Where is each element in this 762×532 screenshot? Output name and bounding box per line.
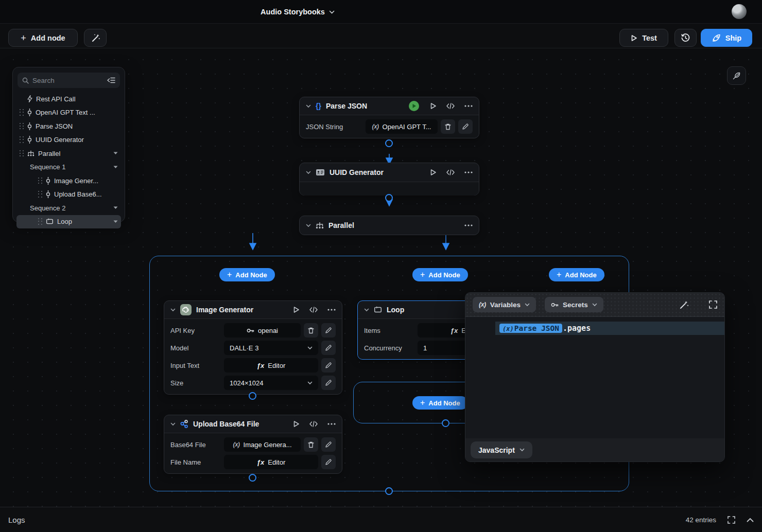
sidebar-item-uuid-generator[interactable]: UUID Generator	[16, 133, 121, 147]
node-parallel[interactable]: Parallel	[299, 216, 479, 235]
expand-logs-icon[interactable]	[728, 516, 735, 524]
more-options-icon[interactable]	[464, 105, 473, 107]
drag-handle-icon[interactable]	[20, 150, 24, 157]
base64-file-value-chip[interactable]: (x) Image Genera...	[224, 437, 301, 452]
run-node-icon[interactable]	[293, 306, 300, 313]
chevron-down-icon[interactable]	[113, 220, 118, 223]
sidebar-item-image-generator[interactable]: Image Gener...	[16, 174, 121, 188]
code-current-line[interactable]: (x)Parse JSON .pages	[495, 322, 724, 335]
edit-value-button[interactable]	[321, 376, 336, 390]
drag-handle-icon[interactable]	[20, 123, 24, 130]
delete-value-button[interactable]	[304, 323, 318, 338]
delete-value-button[interactable]	[441, 119, 455, 134]
collapse-chevron-icon[interactable]	[306, 104, 311, 108]
node-parse-json[interactable]: {} Parse JSON JSON String (x) OpenAI GPT…	[299, 97, 479, 138]
drag-handle-icon[interactable]	[38, 191, 42, 198]
node-step-icon	[27, 109, 32, 116]
sidebar-item-rest-api-call[interactable]: Rest API Call	[16, 92, 121, 106]
sidebar-item-sequence-1[interactable]: Sequence 1	[16, 161, 121, 174]
code-view-icon[interactable]	[309, 421, 318, 427]
run-success-icon[interactable]	[409, 101, 419, 111]
node-uuid-generator[interactable]: UUID Generator	[299, 163, 479, 196]
add-node-button-seq2[interactable]: + Add Node	[412, 268, 468, 281]
language-dropdown[interactable]: JavaScript	[471, 441, 532, 458]
collapse-chevron-icon[interactable]	[170, 422, 176, 426]
api-key-value-chip[interactable]: openai	[224, 323, 301, 338]
history-button[interactable]	[674, 29, 697, 47]
more-options-icon[interactable]	[327, 309, 336, 311]
node-image-generator[interactable]: Image Generator API Key openai Model	[164, 300, 342, 395]
variables-dropdown[interactable]: (x) Variables	[473, 297, 536, 312]
node-upload-base64-file[interactable]: Upload Base64 File Base64 File (x) Image…	[164, 415, 342, 474]
delete-value-button[interactable]	[304, 437, 318, 452]
plus-icon: +	[420, 399, 425, 407]
edit-value-button[interactable]	[458, 119, 473, 134]
ship-button[interactable]: Ship	[701, 29, 752, 47]
port-loop-group-out[interactable]	[442, 419, 449, 427]
secrets-dropdown[interactable]: Secrets	[545, 297, 603, 312]
collapse-chevron-icon[interactable]	[364, 308, 369, 312]
chevron-down-icon[interactable]	[113, 166, 118, 169]
more-options-icon[interactable]	[327, 423, 336, 425]
ai-magic-icon[interactable]	[679, 300, 689, 310]
logs-label: Logs	[8, 516, 25, 524]
drag-handle-icon[interactable]	[20, 136, 24, 143]
sidebar-item-parallel[interactable]: Parallel	[16, 147, 121, 161]
run-node-icon[interactable]	[430, 102, 437, 110]
edit-value-button[interactable]	[321, 437, 336, 452]
sidebar-item-loop[interactable]: Loop	[16, 215, 121, 229]
search-box[interactable]	[18, 73, 120, 88]
collapse-tree-icon[interactable]	[107, 77, 115, 83]
more-options-icon[interactable]	[464, 171, 473, 173]
add-node-button-seq3[interactable]: + Add Node	[549, 268, 604, 281]
file-name-editor-chip[interactable]: ƒx Editor	[224, 455, 318, 469]
code-view-icon[interactable]	[309, 307, 318, 313]
run-node-icon[interactable]	[430, 169, 437, 176]
sidebar-item-parse-json[interactable]: Parse JSON	[16, 119, 121, 133]
port-parallel-group-out[interactable]	[385, 487, 393, 495]
search-input[interactable]	[32, 77, 103, 84]
collapse-chevron-icon[interactable]	[170, 308, 176, 312]
edit-value-button[interactable]	[321, 455, 336, 469]
chevron-down-icon[interactable]	[113, 152, 118, 155]
port-uuid-out[interactable]	[385, 194, 393, 202]
test-button[interactable]: Test	[619, 29, 668, 47]
code-view-icon[interactable]	[446, 169, 455, 175]
add-node-button-seq1[interactable]: + Add Node	[219, 268, 275, 281]
port-image-generator-out[interactable]	[249, 392, 256, 400]
port-upload-out[interactable]	[249, 474, 256, 482]
collapse-chevron-icon[interactable]	[306, 171, 311, 174]
chevron-down-icon[interactable]	[113, 206, 118, 209]
edit-value-button[interactable]	[321, 323, 336, 338]
add-node-button-loop-inner[interactable]: + Add Node	[412, 396, 468, 410]
add-node-button[interactable]: + Add node	[8, 29, 78, 47]
model-select[interactable]: DALL·E 3	[224, 341, 318, 355]
user-avatar[interactable]	[732, 4, 747, 19]
collapse-logs-chevron-icon[interactable]	[747, 518, 754, 522]
drag-handle-icon[interactable]	[20, 109, 24, 116]
collapse-chevron-icon[interactable]	[306, 224, 311, 227]
code-view-icon[interactable]	[446, 103, 455, 109]
drag-handle-icon[interactable]	[38, 218, 42, 225]
annotate-button[interactable]	[727, 66, 746, 85]
sidebar-item-sequence-2[interactable]: Sequence 2	[16, 201, 121, 215]
input-text-editor-chip[interactable]: ƒx Editor	[224, 358, 318, 373]
port-parse-json-out[interactable]	[385, 139, 393, 147]
field-value: DALL·E 3	[230, 344, 258, 352]
json-string-value-chip[interactable]: (x) OpenAI GPT T...	[366, 119, 438, 134]
edit-value-button[interactable]	[321, 358, 336, 373]
expand-panel-icon[interactable]	[709, 300, 717, 309]
node-header: UUID Generator	[300, 163, 479, 182]
more-options-icon[interactable]	[464, 224, 473, 226]
sidebar-item-upload-base64[interactable]: Upload Base6...	[16, 188, 121, 202]
ai-assist-button[interactable]	[84, 29, 107, 47]
sidebar-item-openai-gpt-text[interactable]: OpenAI GPT Text ...	[16, 106, 121, 120]
logs-bar[interactable]: Logs 42 entries	[0, 507, 762, 532]
size-select[interactable]: 1024×1024	[224, 376, 318, 390]
run-node-icon[interactable]	[293, 420, 300, 428]
code-editor[interactable]: (x)Parse JSON .pages	[465, 317, 724, 438]
edit-value-button[interactable]	[321, 341, 336, 355]
drag-handle-icon[interactable]	[38, 178, 42, 184]
parse-json-token-chip[interactable]: (x)Parse JSON	[499, 324, 562, 333]
workflow-title-menu[interactable]: Audio Storybooks	[261, 0, 335, 24]
